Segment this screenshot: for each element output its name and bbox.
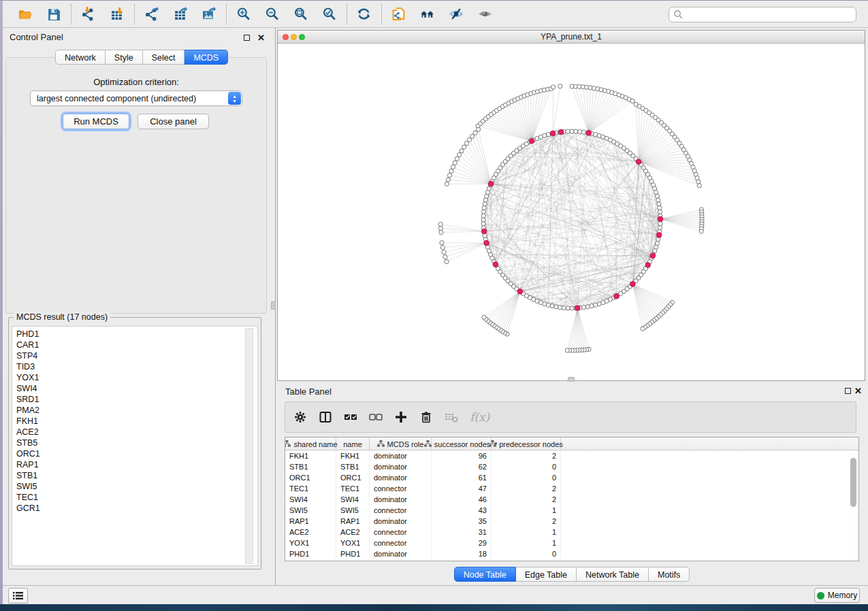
delete-row-icon[interactable] (419, 410, 433, 424)
mcds-result-item[interactable]: ORC1 (16, 448, 257, 459)
table-cell[interactable]: 31 (432, 527, 492, 538)
control-panel-close-icon[interactable]: ✕ (257, 34, 265, 42)
table-row[interactable]: FKH1FKH1dominator962 (285, 450, 858, 461)
table-cell[interactable]: connector (370, 483, 432, 494)
table-cell[interactable]: YOX1 (285, 538, 336, 548)
zoom-in-icon[interactable] (233, 3, 255, 25)
table-cell[interactable]: 62 (432, 461, 492, 472)
table-cell[interactable]: 2 (492, 516, 561, 527)
hide-selected-icon[interactable] (445, 3, 467, 25)
select-all-icon[interactable] (344, 410, 357, 424)
table-cell[interactable]: 46 (432, 494, 492, 505)
mcds-result-item[interactable]: SRD1 (16, 394, 257, 405)
clone-network-icon[interactable] (388, 3, 410, 25)
table-cell[interactable]: 2 (492, 494, 561, 505)
mcds-result-item[interactable]: FKH1 (16, 416, 257, 427)
table-cell[interactable]: 2 (492, 450, 561, 461)
table-cell[interactable]: dominator (370, 450, 432, 461)
mcds-result-item[interactable]: STP4 (16, 350, 257, 361)
table-cell[interactable]: 29 (432, 538, 492, 548)
table-row[interactable]: SWI5SWI5connector431 (285, 505, 858, 516)
import-network-icon[interactable] (78, 3, 99, 25)
table-cell[interactable]: SWI5 (285, 505, 336, 516)
mcds-result-item[interactable]: GCR1 (16, 503, 257, 514)
table-cell[interactable]: 0 (492, 472, 561, 483)
mcds-result-item[interactable]: RAP1 (16, 459, 257, 470)
tab-motifs[interactable]: Motifs (649, 567, 690, 582)
table-cell[interactable]: dominator (370, 472, 432, 483)
mcds-result-item[interactable]: CAR1 (16, 340, 257, 350)
mcds-result-item[interactable]: SWI5 (16, 481, 257, 492)
table-cell[interactable]: STB1 (285, 461, 336, 472)
table-row[interactable]: ACE2ACE2connector311 (285, 527, 858, 538)
table-row[interactable]: SWI4SWI4dominator462 (285, 494, 858, 505)
table-cell[interactable]: connector (370, 505, 432, 516)
table-cell[interactable]: 2 (492, 483, 561, 494)
table-cell[interactable]: PHD1 (285, 548, 336, 559)
table-cell[interactable]: 1 (492, 527, 561, 538)
table-row[interactable]: RAP1RAP1dominator352 (285, 516, 858, 527)
node-table[interactable]: shared namenameMCDS rolesuccessor nodes▼… (285, 437, 859, 561)
task-history-button[interactable] (8, 588, 28, 604)
table-cell[interactable]: connector (370, 527, 432, 538)
table-cell[interactable]: 1 (492, 538, 561, 548)
table-cell[interactable]: PHD1 (336, 548, 370, 559)
tab-network-table[interactable]: Network Table (577, 567, 649, 582)
mcds-result-item[interactable]: PHD1 (16, 329, 257, 340)
table-cell[interactable]: 0 (492, 461, 561, 472)
mcds-result-item[interactable]: YOX1 (16, 372, 257, 383)
mcds-result-item[interactable]: PMA2 (16, 405, 257, 416)
tab-network[interactable]: Network (55, 50, 106, 65)
column-header-predecessor-nodes[interactable]: predecessor nodes (492, 437, 561, 450)
table-cell[interactable]: FKH1 (285, 450, 336, 461)
mcds-result-list[interactable]: PHD1CAR1STP4TID3YOX1SWI4SRD1PMA2FKH1ACE2… (12, 326, 258, 566)
show-all-networks-icon[interactable] (417, 3, 438, 25)
add-row-icon[interactable] (394, 410, 408, 424)
export-image-icon[interactable] (198, 3, 220, 25)
table-cell[interactable]: dominator (370, 494, 432, 505)
table-row[interactable]: YOX1YOX1connector291 (285, 538, 858, 548)
tab-node-table[interactable]: Node Table (454, 567, 516, 582)
settings-icon[interactable] (293, 410, 307, 424)
table-cell[interactable]: RAP1 (336, 516, 370, 527)
zoom-selected-icon[interactable] (319, 3, 340, 25)
table-cell[interactable]: ORC1 (336, 472, 370, 483)
mcds-result-item[interactable]: SWI4 (16, 383, 257, 394)
run-mcds-button[interactable]: Run MCDS (63, 114, 129, 129)
table-row[interactable]: STB1STB1dominator620 (285, 461, 858, 472)
column-header-MCDS-role[interactable]: MCDS role (370, 437, 432, 450)
mcds-list-scrollbar[interactable] (245, 328, 253, 564)
refresh-icon[interactable] (353, 3, 375, 25)
table-cell[interactable]: dominator (370, 461, 432, 472)
table-cell[interactable]: RAP1 (285, 516, 336, 527)
node-table-scrollbar[interactable] (850, 452, 857, 559)
column-header-name[interactable]: name (336, 437, 370, 450)
network-window-titlebar[interactable]: YPA_prune.txt_1 (278, 31, 865, 44)
tab-edge-table[interactable]: Edge Table (516, 567, 577, 582)
table-cell[interactable]: 35 (432, 516, 492, 527)
table-cell[interactable]: dominator (370, 548, 432, 559)
table-cell[interactable]: 1 (492, 505, 561, 516)
table-panel-float-icon[interactable] (845, 388, 851, 394)
memory-button[interactable]: Memory (814, 588, 860, 603)
network-canvas[interactable] (278, 44, 865, 380)
table-cell[interactable]: TEC1 (285, 483, 336, 494)
columns-icon[interactable] (319, 410, 332, 424)
table-cell[interactable]: 0 (492, 548, 561, 559)
mcds-result-item[interactable]: ACE2 (16, 427, 257, 437)
table-cell[interactable]: connector (370, 538, 432, 548)
control-panel-float-icon[interactable] (244, 35, 250, 41)
zoom-fit-icon[interactable] (290, 3, 312, 25)
table-cell[interactable]: 61 (432, 472, 492, 483)
optimization-criterion-select[interactable]: largest connected component (undirected)… (30, 90, 242, 106)
table-cell[interactable]: FKH1 (336, 450, 370, 461)
zoom-out-icon[interactable] (261, 3, 283, 25)
tab-select[interactable]: Select (143, 50, 185, 65)
tab-mcds[interactable]: MCDS (184, 50, 228, 65)
vertical-splitter-handle[interactable] (271, 301, 276, 310)
mcds-result-item[interactable]: TID3 (16, 361, 257, 372)
table-cell[interactable]: SWI5 (336, 505, 370, 516)
table-cell[interactable]: TEC1 (336, 483, 370, 494)
table-cell[interactable]: dominator (370, 516, 432, 527)
export-table-icon[interactable] (170, 3, 191, 25)
